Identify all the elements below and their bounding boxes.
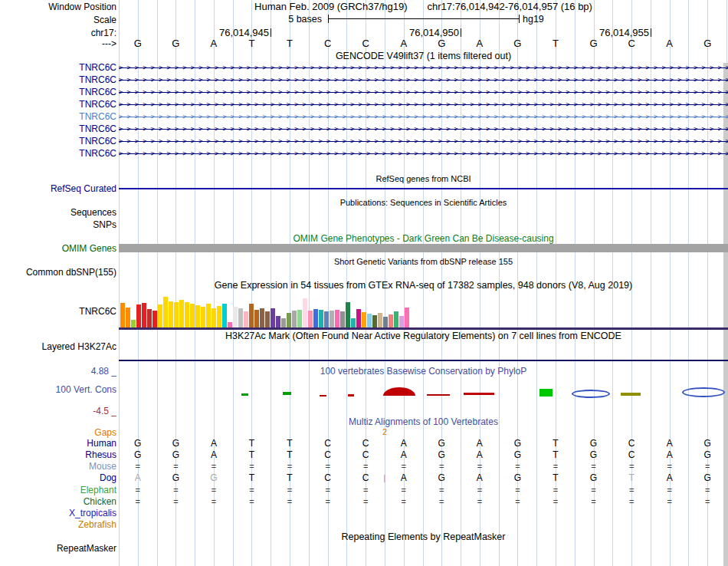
- alignment-base: =: [136, 461, 140, 472]
- alignment-base: T: [553, 438, 558, 449]
- alignment-base: G: [590, 438, 597, 449]
- track-label-omim[interactable]: OMIM Genes: [0, 243, 116, 254]
- track-label-dbsnp[interactable]: Common dbSNP(155): [0, 267, 116, 278]
- alignment-row-rhesus: GGATTCCAGAGTGCAG: [119, 449, 728, 460]
- alignment-base: =: [705, 485, 710, 495]
- alignment-base: C: [324, 472, 331, 483]
- track-label-gene[interactable]: TNRC6C: [0, 74, 116, 85]
- alignment-base: G: [514, 438, 521, 449]
- alignment-base: G: [704, 449, 711, 460]
- alignment-base: =: [477, 461, 482, 472]
- track-label-h3k27ac[interactable]: Layered H3K27Ac: [0, 341, 116, 352]
- track-label-zebrafish[interactable]: Zebrafish: [0, 519, 116, 530]
- alignment-base: G: [590, 472, 597, 483]
- track-label-strand[interactable]: --->: [0, 38, 116, 49]
- track-label-gene[interactable]: TNRC6C: [0, 123, 116, 134]
- track-label-elephant[interactable]: Elephant: [0, 485, 116, 495]
- alignment-base: =: [287, 461, 292, 472]
- alignment-base: =: [629, 461, 634, 472]
- alignment-base: =: [212, 485, 216, 495]
- alignment-base: C: [628, 449, 635, 460]
- alignment-base: =: [402, 461, 406, 472]
- alignment-base: G: [704, 472, 711, 483]
- alignment-base: A: [211, 438, 217, 449]
- alignment-row-dog: AGGTTCCAGAGTGTAG|: [119, 472, 728, 483]
- track-label-gene[interactable]: TNRC6C: [0, 136, 116, 146]
- alignment-base: =: [249, 496, 254, 507]
- alignment-base: =: [667, 496, 671, 507]
- track-label-rhesus[interactable]: Rhesus: [0, 449, 116, 460]
- alignment-base: A: [401, 472, 407, 483]
- track-label-cons-min[interactable]: -4.5 _: [0, 406, 116, 416]
- alignment-base: =: [591, 485, 595, 495]
- alignment-base: T: [249, 449, 254, 460]
- track-label-repeatmasker[interactable]: RepeatMasker: [0, 543, 116, 554]
- track-label-chicken[interactable]: Chicken: [0, 496, 116, 507]
- alignment-base: =: [553, 496, 558, 507]
- alignment-base: G: [438, 438, 445, 449]
- track-label-gene[interactable]: TNRC6C: [0, 111, 116, 122]
- alignment-base: =: [629, 496, 634, 507]
- track-label-mouse[interactable]: Mouse: [0, 461, 116, 472]
- alignment-base: A: [667, 472, 673, 483]
- track-label-cons-max[interactable]: 4.88 _: [0, 366, 116, 377]
- track-label-dog[interactable]: Dog: [0, 472, 116, 483]
- track-label-refseq[interactable]: RefSeq Curated: [0, 183, 116, 194]
- alignment-base: A: [135, 472, 141, 483]
- alignment-base: =: [553, 485, 558, 495]
- alignment-base: T: [628, 472, 634, 483]
- track-label-gene[interactable]: TNRC6C: [0, 87, 116, 97]
- track-label-sequences[interactable]: Sequences: [0, 207, 116, 218]
- track-label-gene[interactable]: TNRC6C: [0, 62, 116, 73]
- alignment-base: =: [173, 485, 178, 495]
- alignment-base: =: [136, 496, 140, 507]
- alignment-base: A: [667, 449, 673, 460]
- alignment-base: =: [439, 485, 444, 495]
- alignment-base: =: [363, 485, 368, 495]
- alignment-base: A: [211, 449, 217, 460]
- alignment-base: =: [591, 461, 595, 472]
- track-label-window-position[interactable]: Window Position: [0, 2, 116, 12]
- alignment-base: =: [667, 461, 671, 472]
- track-label-gene[interactable]: TNRC6C: [0, 99, 116, 110]
- alignment-base: =: [173, 461, 178, 472]
- track-label-human[interactable]: Human: [0, 438, 116, 449]
- alignment-base: C: [324, 438, 331, 449]
- track-label-chrom[interactable]: chr17:: [0, 28, 116, 38]
- alignment-base: =: [705, 461, 710, 472]
- alignment-base: C: [362, 472, 369, 483]
- alignment-base: T: [287, 449, 292, 460]
- alignment-base: A: [667, 438, 673, 449]
- alignment-base: =: [477, 496, 482, 507]
- track-label-scale[interactable]: Scale: [0, 15, 116, 25]
- alignment-base: =: [515, 496, 520, 507]
- alignment-base: =: [553, 461, 558, 472]
- alignment-base: =: [629, 485, 634, 495]
- alignment-row-human: GGATTCCAGAGTGCAG: [119, 438, 728, 449]
- alignment-base: A: [477, 438, 483, 449]
- alignment-base: G: [704, 438, 711, 449]
- track-label-cons-name[interactable]: 100 Vert. Cons: [0, 384, 116, 395]
- alignment-base: G: [172, 472, 179, 483]
- repeatmasker-track-title: Repeating Elements by RepeatMasker: [119, 531, 728, 542]
- multiz-alignment-rows: GGATTCCAGAGTGCAGGGATTCCAGAGTGCAG========…: [119, 0, 728, 566]
- alignment-base: T: [287, 438, 292, 449]
- track-label-gene[interactable]: TNRC6C: [0, 148, 116, 159]
- alignment-base: C: [324, 449, 331, 460]
- track-label-gaps[interactable]: Gaps: [0, 427, 116, 438]
- insertion-marker: |: [384, 472, 386, 483]
- alignment-base: G: [134, 449, 141, 460]
- track-label-gtex-gene[interactable]: TNRC6C: [0, 306, 116, 317]
- alignment-base: G: [514, 449, 521, 460]
- alignment-base: =: [249, 485, 254, 495]
- alignment-base: =: [439, 461, 444, 472]
- track-label-x_tropicalis[interactable]: X_tropicalis: [0, 508, 116, 518]
- alignment-base: =: [136, 485, 140, 495]
- alignment-base: G: [438, 449, 445, 460]
- alignment-base: =: [515, 485, 520, 495]
- alignment-base: C: [362, 438, 369, 449]
- alignment-base: =: [439, 496, 444, 507]
- track-label-snps[interactable]: SNPs: [0, 219, 116, 230]
- alignment-base: =: [515, 461, 520, 472]
- alignment-base: =: [287, 496, 292, 507]
